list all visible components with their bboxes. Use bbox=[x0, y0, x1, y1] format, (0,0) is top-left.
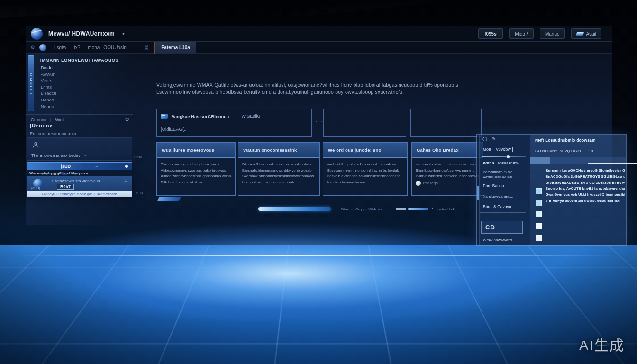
settings-mid-label: Wint bbox=[55, 118, 64, 122]
intro-line-1: Velbngjeswinr ne WMAX Qatlifc otws-ar uo… bbox=[156, 82, 513, 89]
info-card-row: Wua lluree moeerovous Sbrnalk saruogalb,… bbox=[156, 142, 483, 197]
overlay-title: NNft Eossudnsbmio doowsam bbox=[530, 135, 626, 146]
header-button-4-label: Avail bbox=[586, 31, 597, 36]
popup-link[interactable]: Lannayuuuutbunlayvtb auvblb goau ukoamaw… bbox=[42, 192, 117, 196]
horizon-line bbox=[19, 255, 616, 256]
overlay-separator-line bbox=[535, 207, 622, 207]
sidebar-item-6[interactable]: Dooon bbox=[41, 97, 56, 103]
overlay-highlight-segment bbox=[530, 157, 550, 164]
approx-icon: ≈ bbox=[125, 178, 127, 183]
overlay-subtitle-row: GO NI DVNtS bGVQ OG31 1 8 bbox=[530, 146, 626, 156]
summary-row: Vaogkae Has surGBlooni.u W GEaliG [OidlE… bbox=[156, 109, 483, 136]
tab-item-4[interactable]: OOUUosin bbox=[103, 45, 126, 50]
tab-active[interactable]: Fatema L10a bbox=[154, 42, 196, 54]
flag-icon bbox=[161, 114, 168, 119]
info-card-4: Gahes Oho Bredax snnnanblb sbwn Lo sonnn… bbox=[411, 142, 483, 196]
chevron-down-icon[interactable]: ▾ bbox=[122, 31, 125, 36]
empty-card bbox=[410, 109, 482, 136]
info-card-1: Wua lluree moeerovous Sbrnalk saruogalb,… bbox=[156, 142, 236, 196]
white-accent-line bbox=[588, 163, 637, 164]
header-button-3[interactable]: Manue bbox=[540, 28, 565, 39]
overlay-menu-item-3[interactable]: Inaranmrnam nv v e wavnananmraonam bbox=[483, 170, 512, 179]
sidebar-section-title: Tmmann Longvlwuttawaogos bbox=[39, 57, 118, 63]
popup-titlebar[interactable]: (aUD ~ bbox=[27, 162, 132, 170]
popup-header: Waxwaybybygyg0lj gvf Myaymvu bbox=[27, 170, 132, 176]
checkbox-swatch-5[interactable] bbox=[536, 235, 542, 241]
circle-icon[interactable]: ◯ bbox=[482, 136, 487, 141]
ai-watermark: AI生成 bbox=[579, 334, 625, 355]
overlay-menu-item-6[interactable]: Bbu.. & Gavayo bbox=[483, 204, 511, 209]
intro-paragraph: Velbngjeswinr ne WMAX Qatlifc otws-ar uo… bbox=[156, 82, 513, 96]
checkbox-swatch-4[interactable] bbox=[536, 223, 542, 229]
profile-text: Thenmonwana aax bedav˅ bbox=[31, 153, 86, 158]
overlay-divider bbox=[480, 181, 526, 181]
tab-bar: ⚙ Lsgtw tx? mona OOUUosin (t) Fatema L10… bbox=[26, 42, 612, 54]
header-button-4[interactable]: Avail bbox=[571, 28, 602, 39]
popup-body: Lnerawzewausra.-aonovaua ≈ B0b7 (aUD) bbox=[27, 176, 132, 191]
person-icon bbox=[32, 141, 39, 148]
overlay-menu-item-5[interactable]: Xanduwvuamnu... bbox=[483, 194, 513, 199]
gear-icon[interactable]: ⚙ bbox=[30, 45, 35, 51]
tab-item-1[interactable]: Lsgtw bbox=[54, 45, 66, 50]
window-title: Mewvu/ HDWAUemxxm bbox=[48, 30, 115, 37]
sidebar-item-2[interactable]: Awwun bbox=[41, 71, 56, 78]
profile-card[interactable]: Thenmonwana aax bedav˅ bbox=[27, 137, 132, 161]
popup-body-line: Lnerawzewausra.-aonovaua bbox=[52, 179, 100, 183]
header-button-1[interactable]: f095s bbox=[478, 28, 503, 39]
overlay-menu-item-1[interactable]: Goa Vuvobw | bbox=[483, 147, 513, 152]
overlay-menu-item-4[interactable]: Pnm Banga... bbox=[483, 183, 508, 188]
checkbox-swatch-2[interactable] bbox=[536, 200, 542, 206]
header-button-2[interactable]: Mioq / bbox=[509, 28, 534, 39]
status-pill bbox=[408, 208, 428, 210]
app-logo-icon bbox=[31, 28, 43, 40]
popup-small-label: (aUD) bbox=[31, 186, 40, 190]
sidebar-divider bbox=[26, 114, 133, 115]
sidebar-settings-row: Grrnnnn | Wint ⚙ bbox=[31, 117, 131, 123]
summary-card-badge: W GEaliG bbox=[241, 114, 260, 118]
avatar[interactable] bbox=[39, 44, 46, 51]
tab-item-3[interactable]: mona bbox=[88, 45, 100, 50]
status-mini-bar bbox=[396, 208, 406, 210]
tilde-icon: ~ bbox=[431, 206, 433, 210]
card-title: Gahes Oho Bredax bbox=[412, 143, 483, 158]
card-title: Wua lluree moeerovous bbox=[157, 143, 235, 158]
popup-code-box: B0b7 bbox=[57, 184, 74, 190]
summary-card[interactable]: Vaogkae Has surGBlooni.u W GEaliG [OidlE… bbox=[156, 109, 312, 136]
header-divider bbox=[608, 30, 608, 37]
overlay-scrollbar[interactable] bbox=[477, 135, 480, 245]
sidebar-item-3[interactable]: Veers bbox=[41, 77, 56, 84]
sidebar: AUMNIGEB Tmmann Longvlwuttawaogos Dindu … bbox=[26, 54, 135, 225]
faint-label: nuu bbox=[136, 191, 143, 195]
settings-left-label: Grrnnnn bbox=[31, 118, 46, 122]
overlay-slider[interactable] bbox=[482, 156, 526, 157]
card-title: Wautun onocomesasfnk bbox=[238, 143, 319, 158]
overlay-menu-item-2[interactable]: Wnnn ansaasrunw bbox=[483, 161, 519, 165]
card-title: We ord ous junode: sno bbox=[323, 143, 407, 158]
header-buttons: f095s Mioq / Manue Avail bbox=[478, 28, 608, 39]
sidebar-vertical-tab[interactable]: AUMNIGEB bbox=[28, 55, 34, 111]
checkbox-swatch-1[interactable] bbox=[536, 188, 542, 194]
pencil-icon[interactable]: ✎ bbox=[492, 136, 496, 141]
sidebar-line-label: Enocraonesunnax ama bbox=[30, 131, 76, 136]
avatar-label: rmosagou bbox=[423, 181, 440, 185]
overlay-paragraph: Burunmr LaroGACHws arooG Sfomdbvelur GtC… bbox=[546, 168, 625, 204]
sidebar-item-5[interactable]: Lisadcu bbox=[41, 90, 56, 97]
summary-card-subtext: [OidlEEAG(.. bbox=[157, 123, 311, 135]
overlay-cd-badge[interactable]: CD bbox=[481, 221, 523, 234]
tab-item-2[interactable]: tx? bbox=[74, 45, 80, 50]
settings-separator: | bbox=[50, 118, 51, 122]
overlay-toolbar: ◯✎ bbox=[482, 136, 500, 141]
sidebar-popup: (aUD ~ Waxwaybybygyg0lj gvf Myaymvu Lner… bbox=[27, 162, 132, 197]
sidebar-item-1[interactable]: Dindu bbox=[41, 64, 56, 71]
close-icon[interactable] bbox=[125, 165, 128, 168]
overlay-menu-column: ◯✎ Goa Vuvobw | Wnnn ansaasrunw Inaranmr… bbox=[477, 135, 530, 245]
popup-link-strip: Lannayuuuutbunlayvtb auvblb goau ukoamaw… bbox=[27, 191, 132, 197]
overlay-footer-item[interactable]: Wraw anwwwans bbox=[483, 238, 512, 242]
checkbox-swatch-3[interactable] bbox=[536, 211, 542, 217]
sidebar-item-7[interactable]: Nennu bbox=[41, 103, 56, 110]
overlay-divider bbox=[480, 212, 526, 213]
sidebar-item-4[interactable]: Lnnts bbox=[41, 84, 56, 91]
overlay-panel: ◯✎ Goa Vuvobw | Wnnn ansaasrunw Inaranmr… bbox=[476, 134, 627, 246]
gear-icon[interactable]: ⚙ bbox=[125, 117, 129, 123]
progress-bar bbox=[258, 207, 331, 211]
